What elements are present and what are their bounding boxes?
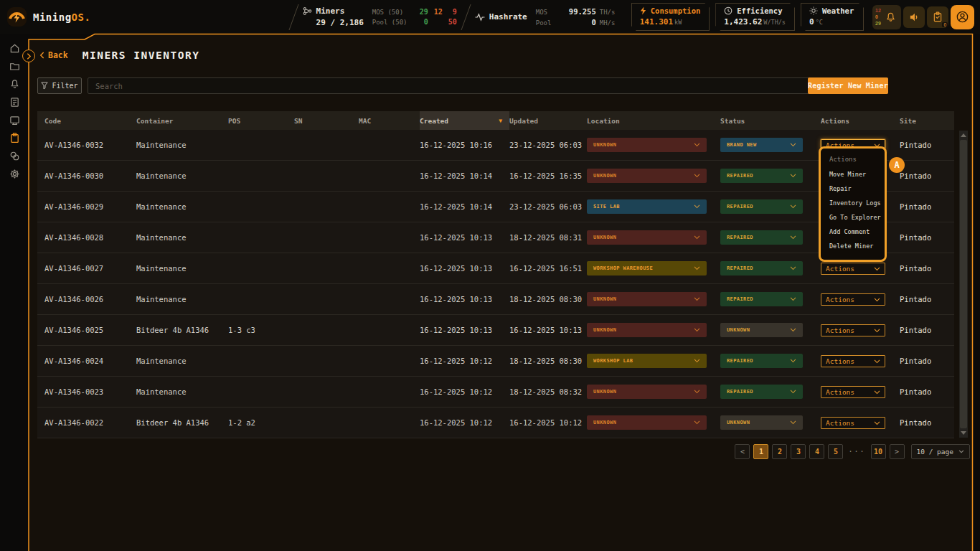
location-select[interactable]: UNKNOWN: [587, 138, 707, 152]
back-button[interactable]: Back: [39, 50, 68, 60]
brand-name: Mining: [33, 11, 72, 23]
pagination-prev-button[interactable]: <: [735, 444, 750, 459]
tasks-button[interactable]: 0: [927, 6, 948, 28]
location-select[interactable]: UNKNOWN: [587, 323, 707, 337]
column-header-container: Container: [136, 111, 228, 130]
actions-select[interactable]: Actions: [821, 417, 885, 429]
location-select[interactable]: WORKSHOP WAREHOUSE: [587, 261, 707, 276]
location-select[interactable]: UNKNOWN: [587, 230, 707, 245]
sound-button[interactable]: [903, 6, 925, 28]
location-select[interactable]: UNKNOWN: [587, 415, 707, 430]
chevron-down-icon: [958, 450, 964, 453]
status-select[interactable]: REPAIRED: [720, 230, 803, 245]
column-header-created[interactable]: Created▼: [420, 111, 509, 130]
table-scrollbar[interactable]: [959, 131, 968, 438]
status-select[interactable]: REPAIRED: [720, 354, 803, 368]
status-label: UNKNOWN: [727, 327, 750, 333]
actions-select[interactable]: Actions: [821, 293, 885, 306]
clipboard-icon: [9, 133, 20, 143]
top-header: MiningOS. Miners 29 / 2,186 MOS (50) 29: [0, 0, 980, 34]
header-stats: Miners 29 / 2,186 MOS (50) 29 12 9 Pool …: [285, 3, 864, 31]
scroll-up-arrow-icon[interactable]: [961, 133, 966, 137]
miners-pool-ok: 0: [414, 18, 428, 26]
hashrate-mos-unit: TH/s: [600, 9, 626, 16]
chevron-down-icon: [694, 390, 700, 394]
status-select[interactable]: BRAND NEW: [720, 138, 803, 152]
cell-updated: 16-12-2025 16:51: [509, 264, 587, 273]
sidebar-item-containers[interactable]: [6, 61, 22, 72]
miners-pool-label: Pool (50): [372, 19, 414, 26]
sidebar-item-alerts[interactable]: [6, 79, 22, 90]
location-label: UNKNOWN: [593, 420, 616, 425]
actions-menu: Actions Move MinerRepairInventory LogsGo…: [819, 146, 887, 262]
cell-container: Maintenance: [136, 295, 228, 303]
cell-container: Maintenance: [136, 141, 228, 149]
scrollbar-thumb[interactable]: [960, 140, 967, 428]
notifications-button[interactable]: 12 0 29: [872, 5, 901, 29]
location-label: UNKNOWN: [593, 389, 616, 395]
status-select[interactable]: UNKNOWN: [720, 415, 803, 430]
pagination-page-5[interactable]: 5: [828, 444, 843, 459]
menu-item-go-to-explorer[interactable]: Go To Explorer: [821, 210, 885, 225]
sort-desc-icon: ▼: [499, 118, 502, 124]
pagination-page-1[interactable]: 1: [753, 444, 768, 459]
column-header-updated: Updated: [509, 111, 587, 130]
cell-code: AV-A1346-0030: [44, 171, 136, 180]
page-size-select[interactable]: 10 / page: [911, 444, 970, 459]
pagination-next-button[interactable]: >: [890, 444, 905, 459]
cell-updated: 23-12-2025 06:03: [509, 141, 587, 149]
clipboard-icon: [933, 11, 943, 22]
pagination-page-10[interactable]: 10: [871, 444, 886, 459]
expand-sidebar-button[interactable]: [22, 50, 35, 62]
table-row: AV-A1346-0027 Maintenance 16-12-2025 10:…: [37, 253, 954, 284]
sidebar-item-assets[interactable]: [6, 151, 22, 161]
search-input[interactable]: [88, 77, 888, 94]
status-select[interactable]: REPAIRED: [720, 292, 803, 306]
menu-item-inventory-logs[interactable]: Inventory Logs: [821, 196, 885, 210]
menu-item-repair[interactable]: Repair: [821, 182, 885, 196]
menu-item-move-miner[interactable]: Move Miner: [821, 167, 885, 182]
status-label: REPAIRED: [727, 265, 753, 271]
cell-created: 16-12-2025 10:13: [420, 264, 509, 273]
location-select[interactable]: UNKNOWN: [587, 292, 707, 306]
menu-item-delete-miner[interactable]: Delete Miner: [821, 239, 885, 253]
sidebar-item-home[interactable]: [6, 43, 22, 54]
actions-select[interactable]: Actions: [821, 355, 885, 367]
status-select[interactable]: REPAIRED: [720, 385, 803, 399]
document-icon: [9, 97, 20, 108]
sidebar-item-inventory[interactable]: [6, 133, 22, 143]
efficiency-stat: Efficiency 1,423.62W/TH/s: [715, 3, 795, 31]
efficiency-value: 1,423.62: [724, 17, 762, 27]
actions-select[interactable]: Actions: [821, 263, 885, 275]
scroll-down-arrow-icon[interactable]: [961, 431, 966, 435]
pagination-page-3[interactable]: 3: [791, 444, 806, 459]
status-select[interactable]: REPAIRED: [720, 261, 803, 276]
location-select[interactable]: SITE LAB: [587, 199, 707, 214]
sidebar-item-settings[interactable]: [6, 169, 22, 179]
table-row: AV-A1346-0026 Maintenance 16-12-2025 10:…: [37, 284, 954, 315]
sidebar-item-monitoring[interactable]: [6, 115, 22, 126]
status-select[interactable]: REPAIRED: [720, 199, 803, 214]
pagination-page-2[interactable]: 2: [772, 444, 787, 459]
location-select[interactable]: WORKSHOP LAB: [587, 354, 707, 368]
folder-icon: [9, 61, 20, 72]
cell-site: Pintado: [900, 233, 954, 242]
account-button[interactable]: [951, 5, 974, 29]
location-select[interactable]: UNKNOWN: [587, 385, 707, 399]
register-new-miner-button[interactable]: Register New Miner: [808, 77, 888, 94]
cell-site: Pintado: [900, 264, 954, 273]
location-select[interactable]: UNKNOWN: [587, 169, 707, 183]
cell-code: AV-A1346-0025: [44, 326, 136, 334]
status-select[interactable]: UNKNOWN: [720, 323, 803, 337]
actions-select[interactable]: Actions: [821, 386, 885, 398]
menu-item-add-comment[interactable]: Add Comment: [821, 225, 885, 239]
actions-select[interactable]: Actions: [821, 324, 885, 336]
filter-button[interactable]: Filter: [37, 77, 82, 94]
cell-container: Bitdeer 4b A1346: [136, 418, 228, 427]
location-label: UNKNOWN: [593, 235, 616, 240]
status-select[interactable]: REPAIRED: [720, 169, 803, 183]
miners-mos-label: MOS (50): [372, 9, 414, 16]
pagination-page-4[interactable]: 4: [809, 444, 824, 459]
notif-count-ok: 29: [875, 20, 881, 27]
sidebar-item-reports[interactable]: [6, 97, 22, 108]
